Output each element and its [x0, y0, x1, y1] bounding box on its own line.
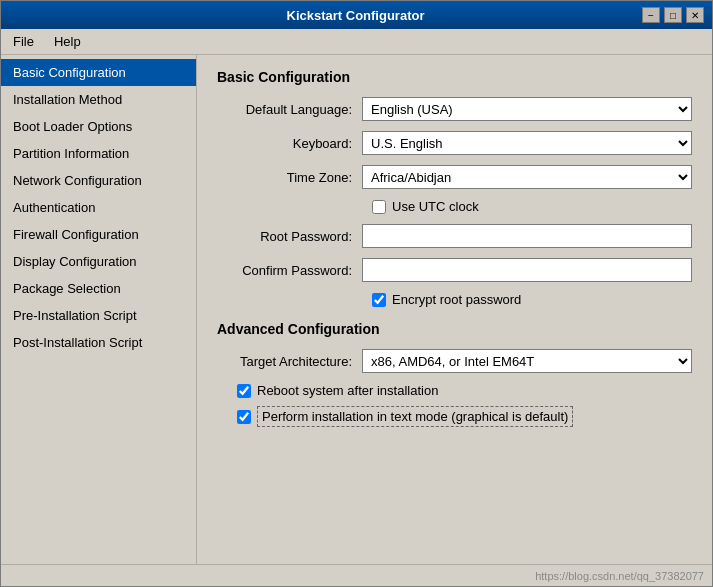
sidebar-item-package-selection[interactable]: Package Selection — [1, 275, 196, 302]
advanced-config-section: Advanced Configuration Target Architectu… — [217, 321, 692, 427]
timezone-select[interactable]: Africa/Abidjan — [362, 165, 692, 189]
advanced-config-title: Advanced Configuration — [217, 321, 692, 337]
menubar: File Help — [1, 29, 712, 55]
sidebar-item-post-installation-script[interactable]: Post-Installation Script — [1, 329, 196, 356]
menu-help[interactable]: Help — [50, 32, 85, 51]
root-password-group: Root Password: — [217, 224, 692, 248]
confirm-password-label: Confirm Password: — [217, 263, 362, 278]
root-password-input[interactable] — [362, 224, 692, 248]
confirm-password-group: Confirm Password: — [217, 258, 692, 282]
title-bar: Kickstart Configurator − □ ✕ — [1, 1, 712, 29]
sidebar-item-pre-installation-script[interactable]: Pre-Installation Script — [1, 302, 196, 329]
keyboard-label: Keyboard: — [217, 136, 362, 151]
sidebar-item-firewall-configuration[interactable]: Firewall Configuration — [1, 221, 196, 248]
window-title: Kickstart Configurator — [69, 8, 642, 23]
sidebar-item-network-configuration[interactable]: Network Configuration — [1, 167, 196, 194]
minimize-button[interactable]: − — [642, 7, 660, 23]
sidebar-item-authentication[interactable]: Authentication — [1, 194, 196, 221]
encrypt-password-row: Encrypt root password — [372, 292, 692, 307]
window-controls: − □ ✕ — [642, 7, 704, 23]
root-password-label: Root Password: — [217, 229, 362, 244]
maximize-button[interactable]: □ — [664, 7, 682, 23]
utc-clock-label[interactable]: Use UTC clock — [392, 199, 479, 214]
sidebar: Basic Configuration Installation Method … — [1, 55, 197, 564]
reboot-label[interactable]: Reboot system after installation — [257, 383, 438, 398]
main-window: Kickstart Configurator − □ ✕ File Help B… — [0, 0, 713, 587]
sidebar-item-basic-configuration[interactable]: Basic Configuration — [1, 59, 196, 86]
main-content: Basic Configuration Installation Method … — [1, 55, 712, 564]
confirm-password-input[interactable] — [362, 258, 692, 282]
target-arch-group: Target Architecture: x86, AMD64, or Inte… — [217, 349, 692, 373]
sidebar-item-partition-information[interactable]: Partition Information — [1, 140, 196, 167]
close-button[interactable]: ✕ — [686, 7, 704, 23]
utc-clock-checkbox[interactable] — [372, 200, 386, 214]
reboot-checkbox-row: Reboot system after installation — [237, 383, 692, 398]
encrypt-password-checkbox[interactable] — [372, 293, 386, 307]
text-mode-checkbox[interactable] — [237, 410, 251, 424]
sidebar-item-display-configuration[interactable]: Display Configuration — [1, 248, 196, 275]
default-language-label: Default Language: — [217, 102, 362, 117]
sidebar-item-boot-loader-options[interactable]: Boot Loader Options — [1, 113, 196, 140]
utc-clock-row: Use UTC clock — [372, 199, 692, 214]
reboot-checkbox[interactable] — [237, 384, 251, 398]
basic-config-title: Basic Configuration — [217, 69, 692, 85]
default-language-group: Default Language: English (USA) — [217, 97, 692, 121]
keyboard-group: Keyboard: U.S. English — [217, 131, 692, 155]
sidebar-item-installation-method[interactable]: Installation Method — [1, 86, 196, 113]
encrypt-password-label[interactable]: Encrypt root password — [392, 292, 521, 307]
default-language-select[interactable]: English (USA) — [362, 97, 692, 121]
target-arch-select[interactable]: x86, AMD64, or Intel EM64T — [362, 349, 692, 373]
timezone-group: Time Zone: Africa/Abidjan — [217, 165, 692, 189]
watermark-text: https://blog.csdn.net/qq_37382077 — [535, 570, 704, 582]
text-mode-checkbox-row: Perform installation in text mode (graph… — [237, 406, 692, 427]
menu-file[interactable]: File — [9, 32, 38, 51]
status-bar: https://blog.csdn.net/qq_37382077 — [1, 564, 712, 586]
timezone-label: Time Zone: — [217, 170, 362, 185]
content-area: Basic Configuration Default Language: En… — [197, 55, 712, 564]
target-arch-label: Target Architecture: — [217, 354, 362, 369]
keyboard-select[interactable]: U.S. English — [362, 131, 692, 155]
text-mode-label[interactable]: Perform installation in text mode (graph… — [257, 406, 573, 427]
